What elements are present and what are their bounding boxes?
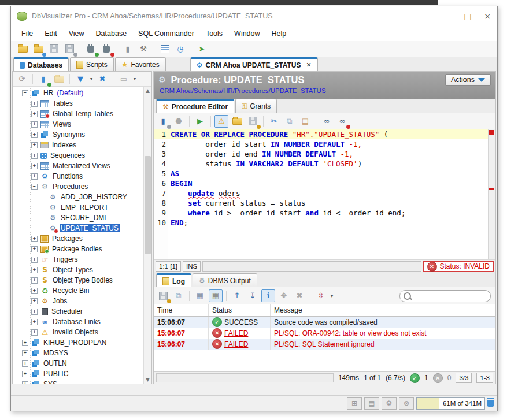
expand-icon[interactable]: + <box>22 360 28 367</box>
tree-item-kihub-prodplan[interactable]: +KIHUB_PRODPLAN <box>13 337 144 348</box>
expand-rows-icon[interactable]: ✥ <box>277 289 291 302</box>
menu-database[interactable]: Database <box>90 28 133 39</box>
expand-icon[interactable]: + <box>31 298 38 304</box>
chevron-down-icon[interactable]: ▾ <box>331 293 333 299</box>
tree-item-scheduler[interactable]: +Scheduler <box>13 306 144 317</box>
menu-tools[interactable]: Tools <box>200 28 228 39</box>
collapse-rows-icon[interactable]: ✖ <box>293 289 306 302</box>
breadcrumb[interactable]: CRM Ahoa/Schemas/HR/Procedures/UPDATE_ST… <box>154 86 495 94</box>
expand-icon[interactable]: + <box>31 319 38 325</box>
tree-item-public[interactable]: +PUBLIC <box>13 369 144 379</box>
tree-item-sequences[interactable]: +Sequences <box>13 150 144 161</box>
export-icon[interactable] <box>246 115 260 128</box>
log-search-box[interactable] <box>399 290 491 302</box>
scrollbar-thumb[interactable] <box>145 156 151 254</box>
expand-icon[interactable]: + <box>31 163 38 169</box>
connections-monitor-button[interactable]: ▤ <box>364 397 379 410</box>
tree-item-update-status[interactable]: ⚙UPDATE_STATUS <box>13 223 144 233</box>
tree-item-add-job-history[interactable]: ⚙ADD_JOB_HISTORY <box>13 192 144 202</box>
error-overview-ruler[interactable] <box>488 129 495 259</box>
error-marker[interactable] <box>489 188 494 190</box>
info-icon[interactable]: ℹ <box>261 289 275 302</box>
row-height-icon[interactable]: ⇳ <box>314 289 328 302</box>
copy-log-icon[interactable]: ⧉ <box>172 289 186 302</box>
tree-item-views[interactable]: +Views <box>13 119 144 129</box>
search-input[interactable] <box>413 292 479 300</box>
paste-icon[interactable]: ▤ <box>298 115 312 128</box>
save-procedure-icon[interactable]: ▮ <box>156 115 170 128</box>
close-button[interactable]: × <box>478 9 497 24</box>
tab-close-icon[interactable]: ✕ <box>306 61 311 69</box>
expand-icon[interactable]: + <box>31 288 38 294</box>
tree-item-object-types[interactable]: +SObject Types <box>13 265 144 275</box>
collapse-icon[interactable]: − <box>31 184 38 190</box>
open-folder-icon[interactable] <box>230 115 244 128</box>
column-header-status[interactable]: Status <box>209 304 271 316</box>
minimize-button[interactable]: – <box>438 9 458 24</box>
tab-procedure-editor[interactable]: ⚒Procedure Editor <box>156 99 234 113</box>
open-file-icon[interactable] <box>16 43 29 55</box>
save-as-icon[interactable] <box>62 43 76 55</box>
expand-icon[interactable]: + <box>31 142 38 148</box>
find-icon[interactable]: ∞ <box>320 115 334 128</box>
column-header-message[interactable]: Message <box>271 304 495 316</box>
connect-icon[interactable] <box>84 43 98 55</box>
save-icon[interactable] <box>47 43 61 55</box>
expand-icon[interactable]: + <box>31 121 38 128</box>
expand-icon[interactable]: + <box>22 350 28 356</box>
tree-item-package-bodies[interactable]: +Package Bodies <box>13 244 144 254</box>
menu-window[interactable]: Window <box>228 28 265 39</box>
menu-help[interactable]: Help <box>266 28 293 39</box>
chevron-down-icon[interactable]: ▾ <box>90 76 92 81</box>
tree-item-materialized-views[interactable]: +Materialized Views <box>13 161 144 171</box>
errors-button[interactable]: ⊗ <box>399 397 414 410</box>
filter-icon[interactable]: ▼ <box>73 73 87 86</box>
tree-item-hr[interactable]: −HR(Default) <box>13 88 144 98</box>
code-area[interactable]: CREATE OR REPLACE PROCEDURE "HR"."UPDATE… <box>168 129 488 259</box>
collapse-icon[interactable]: − <box>22 90 28 96</box>
tool-properties-icon[interactable]: ⚒ <box>136 43 150 55</box>
database-server-icon[interactable]: ▮ <box>121 43 135 55</box>
expand-icon[interactable]: + <box>31 309 38 315</box>
title-bar[interactable]: DbVisualizer Pro - CRM Ahoa/Schemas/HR/P… <box>11 6 497 27</box>
tab-scripts[interactable]: Scripts <box>70 57 114 71</box>
expand-icon[interactable]: + <box>31 132 38 138</box>
layout-button[interactable]: ⊞ <box>347 397 362 410</box>
expand-icon[interactable]: + <box>31 257 38 263</box>
disconnect-icon[interactable] <box>99 43 113 55</box>
tab-log[interactable]: Log <box>156 273 191 287</box>
tree-item-invalid-objects[interactable]: +⚠Invalid Objects <box>13 327 144 337</box>
tab-dbms-output[interactable]: ⚙DBMS Output <box>193 273 257 287</box>
clear-log-icon[interactable]: ▦ <box>193 289 207 302</box>
expand-icon[interactable]: + <box>31 277 38 284</box>
tree-item-tables[interactable]: +Tables <box>13 98 144 109</box>
sql-editor[interactable]: 12345678910 CREATE OR REPLACE PROCEDURE … <box>154 129 495 259</box>
tree-item-recycle-bin[interactable]: +♻Recycle Bin <box>13 285 144 296</box>
tree-item-global-temp-tables[interactable]: +Global Temp Tables <box>13 109 144 119</box>
page-indicator[interactable]: 3/3 <box>456 373 472 383</box>
tree-item-procedures[interactable]: −⚙Procedures <box>13 181 144 192</box>
tree-item-secure-dml[interactable]: ⚙SECURE_DML <box>13 213 144 223</box>
chevron-down-icon[interactable]: ▾ <box>134 76 136 81</box>
open-bookmark-icon[interactable] <box>31 43 45 55</box>
tree-item-database-links[interactable]: +∞Database Links <box>13 317 144 327</box>
expand-icon[interactable]: + <box>22 381 28 384</box>
tree-item-synonyms[interactable]: +Synonyms <box>13 129 144 140</box>
scroll-bottom-icon[interactable]: ↧ <box>246 289 260 302</box>
menu-file[interactable]: File <box>16 28 39 39</box>
preview-pane-icon[interactable]: ▭ <box>117 73 131 86</box>
menu-edit[interactable]: Edit <box>39 28 63 39</box>
driver-manager-icon[interactable]: ➤ <box>195 43 209 55</box>
error-marker[interactable] <box>489 130 494 135</box>
tab-favorites[interactable]: ★Favorites <box>115 57 166 71</box>
monitor-icon[interactable]: ◷ <box>173 43 187 55</box>
log-row[interactable]: 15:06:07✓SUCCESSSource code was compiled… <box>154 317 495 328</box>
expand-icon[interactable]: + <box>31 246 38 252</box>
expand-icon[interactable]: + <box>22 340 28 346</box>
memory-indicator[interactable]: 61M of 341M <box>416 397 485 410</box>
column-header-time[interactable]: Time <box>154 304 209 316</box>
expand-icon[interactable]: + <box>31 153 38 159</box>
tree-item-indexes[interactable]: +Indexes <box>13 140 144 150</box>
expand-icon[interactable]: + <box>31 173 38 180</box>
menu-sql-commander[interactable]: SQL Commander <box>132 28 200 39</box>
